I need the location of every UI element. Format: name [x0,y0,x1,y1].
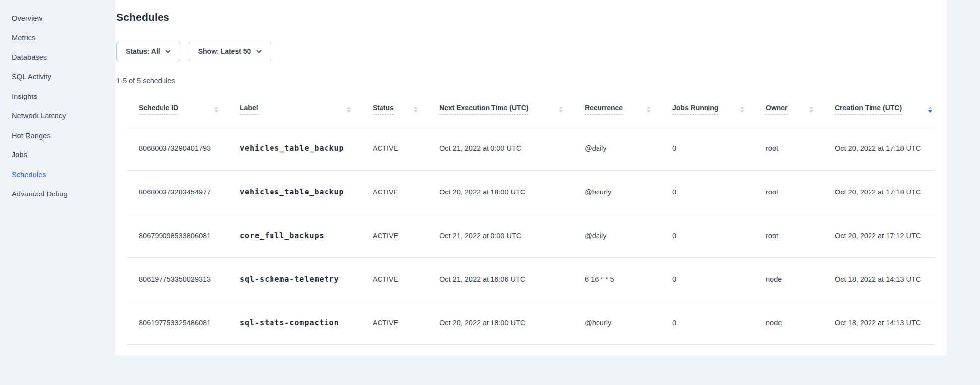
cell-jobs-running: 0 [672,214,766,257]
cell-status: ACTIVE [373,301,439,344]
cell-next-execution: Oct 21, 2022 at 16:06 UTC [439,257,585,301]
sidebar-item-sql-activity[interactable]: SQL Activity [0,67,115,87]
sort-arrows-icon[interactable] [647,106,651,113]
sort-arrows-icon[interactable] [414,106,418,113]
table-row: 806800373290401793 vehicles_table_backup… [126,127,935,170]
column-header-next-execution-time[interactable]: Next Execution Time (UTC) [439,93,585,127]
table-row: 806197753325486081 sql-stats-compaction … [126,301,935,344]
sort-arrows-icon[interactable] [740,106,744,113]
cell-next-execution: Oct 21, 2022 at 0:00 UTC [439,127,585,170]
cell-jobs-running: 0 [672,127,766,170]
cell-schedule-id: 806197753325486081 [126,301,240,344]
cell-jobs-running: 0 [672,170,766,214]
cell-schedule-id: 806800373290401793 [126,127,240,170]
sort-arrows-icon[interactable] [928,106,932,113]
sidebar-item-jobs[interactable]: Jobs [0,145,115,165]
cell-status: ACTIVE [373,257,439,301]
schedules-table: Schedule ID Label Status [126,93,935,345]
table-header-row: Schedule ID Label Status [126,93,935,127]
cell-creation-time: Oct 20, 2022 at 17:18 UTC [835,170,935,214]
cell-owner: node [766,257,835,301]
sidebar-item-hot-ranges[interactable]: Hot Ranges [0,126,115,145]
cell-label: core_full_backups [240,214,373,257]
page-title: Schedules [116,11,946,24]
column-header-creation-time[interactable]: Creation Time (UTC) [835,93,935,127]
column-label: Jobs Running [672,104,718,115]
column-label: Next Execution Time (UTC) [439,104,528,115]
sidebar-item-advanced-debug[interactable]: Advanced Debug [0,185,115,204]
cell-owner: node [766,301,835,344]
column-header-recurrence[interactable]: Recurrence [585,93,672,127]
chevron-down-icon [256,50,262,53]
column-label: Owner [766,104,788,115]
column-label: Label [240,104,258,115]
cell-label: sql-stats-compaction [240,301,373,344]
cell-schedule-id: 806799098533806081 [126,214,240,257]
cell-recurrence: @daily [585,214,672,257]
results-count: 1-5 of 5 schedules [116,77,946,87]
cell-next-execution: Oct 20, 2022 at 18:00 UTC [439,170,585,214]
sort-arrows-icon[interactable] [347,106,351,113]
sidebar-item-network-latency[interactable]: Network Latency [0,106,115,126]
cell-next-execution: Oct 20, 2022 at 18:00 UTC [439,301,585,344]
column-label: Creation Time (UTC) [835,104,902,115]
schedules-table-card: Schedule ID Label Status [115,93,946,355]
cell-creation-time: Oct 20, 2022 at 17:12 UTC [835,214,935,257]
cell-recurrence: @daily [585,127,672,170]
sort-arrows-icon[interactable] [559,106,563,113]
sort-arrows-icon[interactable] [214,106,218,113]
column-header-schedule-id[interactable]: Schedule ID [126,93,240,127]
cell-recurrence: @hourly [585,301,672,344]
cell-schedule-id: 806800373283454977 [126,170,240,214]
cell-owner: root [766,127,835,170]
column-header-label[interactable]: Label [240,93,373,127]
cell-creation-time: Oct 20, 2022 at 17:18 UTC [835,127,935,170]
sidebar-item-schedules[interactable]: Schedules [0,165,115,185]
table-row: 806800373283454977 vehicles_table_backup… [126,170,935,214]
table-row: 806799098533806081 core_full_backups ACT… [126,214,935,257]
cell-label: sql-schema-telemetry [240,257,373,301]
cell-status: ACTIVE [373,127,439,170]
main-content: Schedules Status: All Show: Latest 50 1-… [115,0,946,355]
cell-next-execution: Oct 21, 2022 at 0:00 UTC [439,214,585,257]
cell-jobs-running: 0 [672,301,766,344]
cell-label: vehicles_table_backup [240,170,373,214]
cell-schedule-id: 806197753350029313 [126,257,240,301]
column-header-status[interactable]: Status [373,93,439,127]
cell-creation-time: Oct 18, 2022 at 14:13 UTC [835,301,935,344]
cell-status: ACTIVE [373,170,439,214]
sidebar-item-overview[interactable]: Overview [0,8,115,28]
cell-recurrence: 6 16 * * 5 [585,257,672,301]
table-row: 806197753350029313 sql-schema-telemetry … [126,257,935,301]
cell-jobs-running: 0 [672,257,766,301]
show-limit-label: Show: Latest 50 [198,48,251,55]
column-label: Schedule ID [139,104,178,115]
column-header-owner[interactable]: Owner [766,93,835,127]
status-filter-label: Status: All [126,48,160,55]
cell-status: ACTIVE [373,214,439,257]
cell-owner: root [766,170,835,214]
chevron-down-icon [165,50,171,53]
column-label: Status [373,104,394,115]
sidebar-item-metrics[interactable]: Metrics [0,28,115,48]
cell-owner: root [766,214,835,257]
cell-label: vehicles_table_backup [240,127,373,170]
column-label: Recurrence [585,104,623,115]
sidebar: Overview Metrics Databases SQL Activity … [0,0,115,385]
status-filter-dropdown[interactable]: Status: All [116,42,180,61]
sidebar-item-insights[interactable]: Insights [0,87,115,106]
sidebar-item-databases[interactable]: Databases [0,48,115,67]
cell-creation-time: Oct 18, 2022 at 14:13 UTC [835,257,935,301]
show-limit-dropdown[interactable]: Show: Latest 50 [189,42,272,61]
column-header-jobs-running[interactable]: Jobs Running [672,93,766,127]
filter-bar: Status: All Show: Latest 50 [116,42,946,61]
cell-recurrence: @hourly [585,170,672,214]
sort-arrows-icon[interactable] [809,106,813,113]
